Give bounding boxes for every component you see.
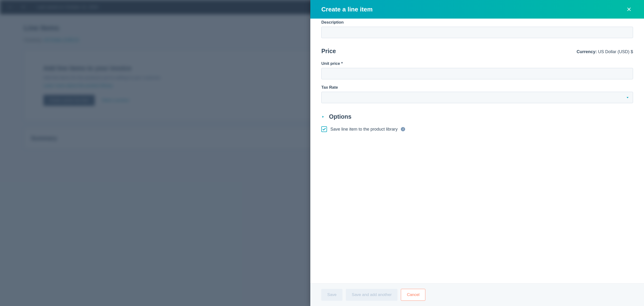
save-to-library-row: Save line item to the product library i: [321, 126, 633, 132]
create-line-item-panel: Create a line item Description Price Cur…: [310, 0, 644, 306]
tax-rate-select[interactable]: [321, 92, 633, 103]
svg-marker-4: [626, 97, 628, 98]
unit-price-input[interactable]: [321, 68, 633, 79]
svg-marker-5: [322, 116, 324, 118]
panel-footer: Save Save and add another Cancel: [310, 283, 644, 306]
options-toggle[interactable]: Options: [321, 113, 633, 120]
tax-rate-label: Tax Rate: [321, 85, 633, 90]
description-input[interactable]: [321, 27, 633, 38]
chevron-down-icon: [626, 96, 630, 99]
description-label: Description: [321, 20, 633, 25]
unit-price-group: Unit price *: [321, 61, 633, 79]
panel-title: Create a line item: [321, 6, 372, 13]
chevron-right-icon: [321, 114, 324, 119]
panel-body: Description Price Currency: US Dollar (U…: [310, 19, 644, 283]
save-to-library-label: Save line item to the product library: [330, 127, 398, 132]
unit-price-label: Unit price *: [321, 61, 633, 66]
currency-info: Currency: US Dollar (USD) $: [576, 49, 633, 54]
options-label: Options: [329, 113, 351, 120]
cancel-button[interactable]: Cancel: [401, 289, 425, 301]
save-to-library-checkbox[interactable]: [321, 126, 327, 132]
close-icon: [626, 6, 632, 13]
save-button[interactable]: Save: [321, 289, 342, 301]
description-group: Description: [321, 20, 633, 38]
save-and-add-another-button[interactable]: Save and add another: [346, 289, 398, 301]
tax-rate-group: Tax Rate: [321, 85, 633, 103]
price-section-title: Price: [321, 48, 336, 55]
close-button[interactable]: [625, 5, 633, 13]
checkmark-icon: [322, 127, 326, 131]
panel-header: Create a line item: [310, 0, 644, 19]
price-section-row: Price Currency: US Dollar (USD) $: [321, 48, 633, 55]
info-icon[interactable]: i: [401, 127, 405, 131]
